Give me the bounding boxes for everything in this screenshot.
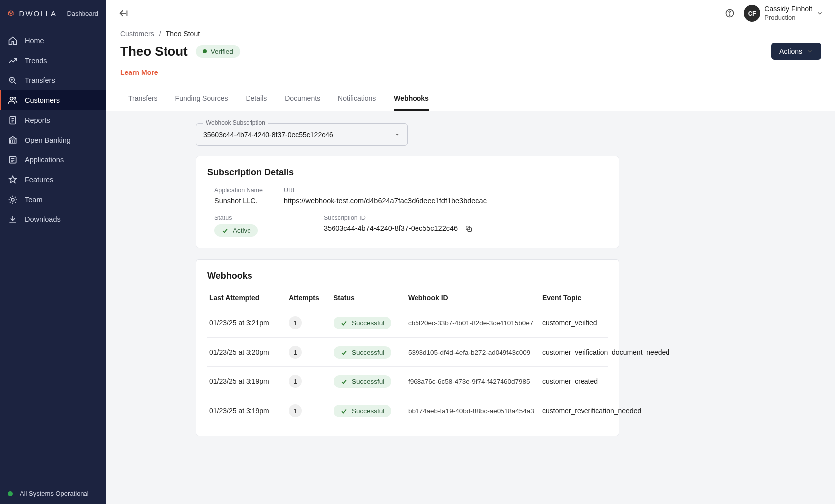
- sidebar-item-features[interactable]: Features: [0, 170, 106, 190]
- avatar: CF: [744, 5, 760, 22]
- brand-block[interactable]: DWOLLA Dashboard: [0, 0, 106, 27]
- cell-status-text: Successful: [352, 407, 384, 415]
- cell-event-topic: customer_verified: [542, 319, 606, 327]
- trends-icon: [8, 56, 18, 66]
- table-row[interactable]: 01/23/25 at 3:21pm 1 Successful cb5f20ec…: [207, 308, 608, 338]
- sidebar-item-home[interactable]: Home: [0, 31, 106, 51]
- webhooks-heading: Webhooks: [207, 271, 608, 281]
- team-icon: [8, 195, 18, 205]
- sidebar-nav: Home Trends Transfers Customers Reports …: [0, 27, 106, 229]
- col-last-attempted: Last Attempted: [209, 294, 284, 302]
- applications-icon: [8, 155, 18, 165]
- check-icon: [221, 227, 229, 234]
- sidebar-item-label: Transfers: [25, 76, 55, 84]
- learn-more-link[interactable]: Learn More: [120, 69, 158, 76]
- cell-event-topic: customer_created: [542, 377, 606, 385]
- status-active-badge: Active: [214, 224, 258, 237]
- cell-status-badge: Successful: [334, 405, 391, 417]
- home-icon: [8, 36, 18, 46]
- copy-icon[interactable]: [465, 225, 473, 233]
- sidebar-item-label: Reports: [25, 116, 50, 124]
- subscription-id-label: Subscription ID: [324, 215, 608, 221]
- webhooks-table-header: Last Attempted Attempts Status Webhook I…: [207, 290, 608, 308]
- cell-last-attempted: 01/23/25 at 3:19pm: [209, 377, 284, 385]
- sidebar-item-reports[interactable]: Reports: [0, 110, 106, 130]
- sidebar-item-customers[interactable]: Customers: [0, 90, 106, 110]
- table-row[interactable]: 01/23/25 at 3:20pm 1 Successful 5393d105…: [207, 338, 608, 367]
- url-label: URL: [284, 187, 608, 194]
- sidebar-item-label: Downloads: [25, 216, 61, 223]
- cell-status-text: Successful: [352, 378, 384, 385]
- chevron-down-icon: [816, 10, 823, 17]
- transfers-icon: [8, 75, 18, 85]
- cell-last-attempted: 01/23/25 at 3:21pm: [209, 319, 284, 327]
- downloads-icon: [8, 215, 18, 224]
- sidebar: DWOLLA Dashboard Home Trends Transfers C…: [0, 0, 106, 504]
- table-row[interactable]: 01/23/25 at 3:19pm 1 Successful bb174aeb…: [207, 396, 608, 425]
- tab-funding-sources[interactable]: Funding Sources: [175, 87, 228, 111]
- help-icon[interactable]: [725, 8, 735, 18]
- subscription-id-value: 35603c44-4b74-4240-8f37-0ec55c122c46: [324, 224, 608, 233]
- check-icon: [340, 378, 348, 385]
- check-icon: [340, 407, 348, 415]
- cell-webhook-id: 5393d105-df4d-4efa-b272-ad049f43c009: [408, 349, 537, 356]
- subscription-picker-value: 35603c44-4b74-4240-8f37-0ec55c122c46: [203, 131, 333, 139]
- status-badge-verified: Verified: [196, 45, 240, 58]
- actions-button[interactable]: Actions: [771, 43, 821, 60]
- tab-details[interactable]: Details: [246, 87, 267, 111]
- features-icon: [8, 175, 18, 185]
- tab-webhooks[interactable]: Webhooks: [394, 87, 429, 111]
- tab-content: Webhook Subscription 35603c44-4b74-4240-…: [106, 111, 835, 504]
- brand-logo-icon: [8, 7, 14, 20]
- tab-transfers[interactable]: Transfers: [128, 87, 158, 111]
- breadcrumb-root[interactable]: Customers: [120, 30, 154, 38]
- cell-status-text: Successful: [352, 319, 384, 327]
- webhooks-table: Last Attempted Attempts Status Webhook I…: [207, 290, 608, 425]
- user-name: Cassidy Finholt: [764, 5, 812, 14]
- customers-icon: [8, 95, 18, 105]
- reports-icon: [8, 115, 18, 125]
- status-indicator-icon: [8, 491, 13, 496]
- page-title: Theo Stout: [120, 44, 188, 59]
- col-webhook-id: Webhook ID: [408, 294, 537, 302]
- subscription-picker[interactable]: 35603c44-4b74-4240-8f37-0ec55c122c46: [196, 123, 408, 146]
- tab-notifications[interactable]: Notifications: [338, 87, 376, 111]
- system-status[interactable]: All Systems Operational: [0, 483, 106, 504]
- sidebar-item-applications[interactable]: Applications: [0, 150, 106, 170]
- tab-documents[interactable]: Documents: [285, 87, 320, 111]
- subscription-picker-wrap: Webhook Subscription 35603c44-4b74-4240-…: [196, 123, 408, 146]
- table-row[interactable]: 01/23/25 at 3:19pm 1 Successful f968a76c…: [207, 367, 608, 396]
- cell-status-badge: Successful: [334, 317, 391, 329]
- sidebar-item-label: Features: [25, 176, 53, 184]
- cell-last-attempted: 01/23/25 at 3:20pm: [209, 348, 284, 356]
- sidebar-item-open-banking[interactable]: Open Banking: [0, 130, 106, 150]
- sidebar-item-downloads[interactable]: Downloads: [0, 210, 106, 229]
- cell-event-topic: customer_reverification_needed: [542, 407, 641, 415]
- sidebar-item-transfers[interactable]: Transfers: [0, 71, 106, 90]
- cell-webhook-id: bb174aeb-fa19-40bd-88bc-ae0518a454a3: [408, 407, 537, 415]
- cell-attempts: 1: [289, 375, 302, 388]
- svg-point-2: [14, 97, 16, 99]
- subscription-details-heading: Subscription Details: [207, 167, 608, 178]
- sidebar-item-trends[interactable]: Trends: [0, 51, 106, 71]
- status-badge-label: Verified: [211, 48, 233, 55]
- url-value: https://webhook-test.com/d4b624a7fac3d6d…: [284, 197, 608, 205]
- check-icon: [340, 319, 348, 327]
- breadcrumb-current: Theo Stout: [166, 30, 200, 38]
- main-area: CF Cassidy Finholt Production Customers …: [106, 0, 835, 504]
- status-active-label: Active: [233, 227, 251, 234]
- cell-webhook-id: f968a76c-6c58-473e-9f74-f427460d7985: [408, 378, 537, 385]
- sidebar-item-team[interactable]: Team: [0, 190, 106, 210]
- brand-name: DWOLLA: [19, 9, 57, 18]
- col-status: Status: [334, 294, 403, 302]
- cell-attempts: 1: [289, 404, 302, 417]
- cell-event-topic: customer_verification_document_needed: [542, 348, 669, 356]
- open-banking-icon: [8, 135, 18, 145]
- webhooks-card: Webhooks Last Attempted Attempts Status …: [196, 259, 619, 436]
- back-icon[interactable]: [118, 9, 129, 18]
- sidebar-item-label: Open Banking: [25, 136, 71, 144]
- subscription-picker-label: Webhook Subscription: [203, 119, 268, 126]
- chevron-down-icon: [806, 48, 813, 55]
- sidebar-item-label: Trends: [25, 57, 47, 65]
- user-menu[interactable]: CF Cassidy Finholt Production: [744, 5, 823, 22]
